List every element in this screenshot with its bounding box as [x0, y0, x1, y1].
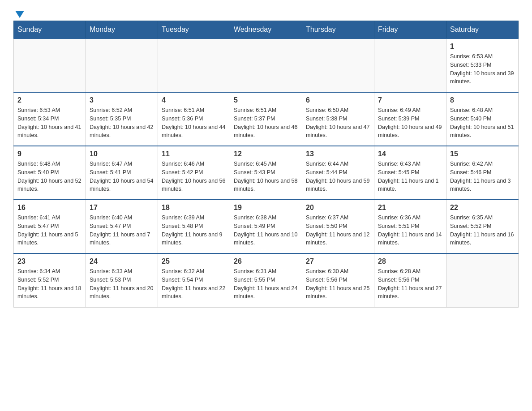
day-number: 16	[17, 204, 82, 212]
day-number: 14	[378, 150, 442, 158]
calendar-day-cell: 13Sunrise: 6:44 AM Sunset: 5:44 PM Dayli…	[302, 146, 374, 200]
day-number: 21	[378, 204, 442, 212]
day-number: 9	[17, 150, 82, 158]
calendar-week-row: 2Sunrise: 6:53 AM Sunset: 5:34 PM Daylig…	[14, 92, 519, 146]
calendar-day-cell: 28Sunrise: 6:28 AM Sunset: 5:56 PM Dayli…	[374, 253, 446, 307]
day-number: 17	[90, 204, 154, 212]
day-info: Sunrise: 6:46 AM Sunset: 5:42 PM Dayligh…	[162, 160, 226, 193]
day-info: Sunrise: 6:32 AM Sunset: 5:54 PM Dayligh…	[162, 267, 226, 301]
calendar-day-cell: 15Sunrise: 6:42 AM Sunset: 5:46 PM Dayli…	[446, 146, 519, 200]
day-info: Sunrise: 6:44 AM Sunset: 5:44 PM Dayligh…	[306, 160, 370, 193]
calendar-day-cell	[14, 39, 86, 92]
calendar-week-row: 23Sunrise: 6:34 AM Sunset: 5:52 PM Dayli…	[14, 253, 519, 307]
day-info: Sunrise: 6:48 AM Sunset: 5:40 PM Dayligh…	[17, 160, 82, 193]
day-number: 13	[306, 150, 370, 158]
calendar-header-row: SundayMondayTuesdayWednesdayThursdayFrid…	[14, 21, 519, 39]
day-info: Sunrise: 6:47 AM Sunset: 5:41 PM Dayligh…	[90, 160, 154, 193]
calendar-week-row: 1Sunrise: 6:53 AM Sunset: 5:33 PM Daylig…	[14, 39, 519, 92]
calendar-header-sunday: Sunday	[14, 21, 86, 39]
calendar-day-cell	[374, 39, 446, 92]
calendar-day-cell: 11Sunrise: 6:46 AM Sunset: 5:42 PM Dayli…	[158, 146, 230, 200]
day-info: Sunrise: 6:50 AM Sunset: 5:38 PM Dayligh…	[306, 106, 370, 140]
logo	[13, 9, 24, 16]
day-number: 12	[234, 150, 298, 158]
day-info: Sunrise: 6:51 AM Sunset: 5:37 PM Dayligh…	[234, 106, 298, 140]
day-info: Sunrise: 6:42 AM Sunset: 5:46 PM Dayligh…	[450, 160, 515, 193]
calendar-table: SundayMondayTuesdayWednesdayThursdayFrid…	[13, 21, 519, 308]
day-number: 10	[90, 150, 154, 158]
day-info: Sunrise: 6:45 AM Sunset: 5:43 PM Dayligh…	[234, 160, 298, 193]
calendar-day-cell: 22Sunrise: 6:35 AM Sunset: 5:52 PM Dayli…	[446, 200, 519, 253]
day-info: Sunrise: 6:30 AM Sunset: 5:56 PM Dayligh…	[306, 267, 370, 301]
day-info: Sunrise: 6:43 AM Sunset: 5:45 PM Dayligh…	[378, 160, 442, 193]
day-number: 25	[162, 257, 226, 265]
day-info: Sunrise: 6:40 AM Sunset: 5:47 PM Dayligh…	[90, 214, 154, 247]
calendar-day-cell: 26Sunrise: 6:31 AM Sunset: 5:55 PM Dayli…	[230, 253, 302, 307]
day-info: Sunrise: 6:53 AM Sunset: 5:33 PM Dayligh…	[450, 52, 515, 86]
calendar-day-cell: 5Sunrise: 6:51 AM Sunset: 5:37 PM Daylig…	[230, 92, 302, 146]
calendar-day-cell	[446, 253, 519, 307]
calendar-day-cell	[86, 39, 158, 92]
calendar-day-cell: 3Sunrise: 6:52 AM Sunset: 5:35 PM Daylig…	[86, 92, 158, 146]
calendar-week-row: 16Sunrise: 6:41 AM Sunset: 5:47 PM Dayli…	[14, 200, 519, 253]
calendar-day-cell: 4Sunrise: 6:51 AM Sunset: 5:36 PM Daylig…	[158, 92, 230, 146]
calendar-day-cell: 7Sunrise: 6:49 AM Sunset: 5:39 PM Daylig…	[374, 92, 446, 146]
day-number: 22	[450, 204, 515, 212]
day-number: 23	[17, 257, 82, 265]
day-number: 26	[234, 257, 298, 265]
day-number: 20	[306, 204, 370, 212]
day-number: 3	[90, 96, 154, 104]
calendar-day-cell: 18Sunrise: 6:39 AM Sunset: 5:48 PM Dayli…	[158, 200, 230, 253]
day-info: Sunrise: 6:52 AM Sunset: 5:35 PM Dayligh…	[90, 106, 154, 140]
calendar-day-cell: 23Sunrise: 6:34 AM Sunset: 5:52 PM Dayli…	[14, 253, 86, 307]
calendar-day-cell: 19Sunrise: 6:38 AM Sunset: 5:49 PM Dayli…	[230, 200, 302, 253]
day-info: Sunrise: 6:41 AM Sunset: 5:47 PM Dayligh…	[17, 214, 82, 247]
calendar-day-cell	[158, 39, 230, 92]
calendar-day-cell: 6Sunrise: 6:50 AM Sunset: 5:38 PM Daylig…	[302, 92, 374, 146]
day-info: Sunrise: 6:37 AM Sunset: 5:50 PM Dayligh…	[306, 214, 370, 247]
calendar-day-cell: 10Sunrise: 6:47 AM Sunset: 5:41 PM Dayli…	[86, 146, 158, 200]
day-info: Sunrise: 6:28 AM Sunset: 5:56 PM Dayligh…	[378, 267, 442, 301]
day-info: Sunrise: 6:49 AM Sunset: 5:39 PM Dayligh…	[378, 106, 442, 140]
calendar-day-cell: 21Sunrise: 6:36 AM Sunset: 5:51 PM Dayli…	[374, 200, 446, 253]
calendar-header-saturday: Saturday	[446, 21, 519, 39]
day-number: 5	[234, 96, 298, 104]
calendar-day-cell: 16Sunrise: 6:41 AM Sunset: 5:47 PM Dayli…	[14, 200, 86, 253]
calendar-day-cell: 8Sunrise: 6:48 AM Sunset: 5:40 PM Daylig…	[446, 92, 519, 146]
calendar-day-cell: 14Sunrise: 6:43 AM Sunset: 5:45 PM Dayli…	[374, 146, 446, 200]
calendar-day-cell: 1Sunrise: 6:53 AM Sunset: 5:33 PM Daylig…	[446, 39, 519, 92]
calendar-week-row: 9Sunrise: 6:48 AM Sunset: 5:40 PM Daylig…	[14, 146, 519, 200]
day-info: Sunrise: 6:51 AM Sunset: 5:36 PM Dayligh…	[162, 106, 226, 140]
day-info: Sunrise: 6:48 AM Sunset: 5:40 PM Dayligh…	[450, 106, 515, 140]
day-info: Sunrise: 6:38 AM Sunset: 5:49 PM Dayligh…	[234, 214, 298, 247]
calendar-day-cell: 17Sunrise: 6:40 AM Sunset: 5:47 PM Dayli…	[86, 200, 158, 253]
day-number: 1	[450, 43, 515, 51]
calendar-header-tuesday: Tuesday	[158, 21, 230, 39]
day-number: 19	[234, 204, 298, 212]
day-number: 2	[17, 96, 82, 104]
day-number: 6	[306, 96, 370, 104]
day-number: 24	[90, 257, 154, 265]
day-number: 28	[378, 257, 442, 265]
calendar-day-cell	[302, 39, 374, 92]
day-info: Sunrise: 6:31 AM Sunset: 5:55 PM Dayligh…	[234, 267, 298, 301]
calendar-header-wednesday: Wednesday	[230, 21, 302, 39]
day-number: 15	[450, 150, 515, 158]
calendar-header-monday: Monday	[86, 21, 158, 39]
calendar-header-friday: Friday	[374, 21, 446, 39]
day-info: Sunrise: 6:33 AM Sunset: 5:53 PM Dayligh…	[90, 267, 154, 301]
day-info: Sunrise: 6:35 AM Sunset: 5:52 PM Dayligh…	[450, 214, 515, 247]
day-info: Sunrise: 6:36 AM Sunset: 5:51 PM Dayligh…	[378, 214, 442, 247]
day-number: 4	[162, 96, 226, 104]
calendar-header-thursday: Thursday	[302, 21, 374, 39]
logo-triangle-icon	[15, 11, 24, 18]
day-number: 8	[450, 96, 515, 104]
day-number: 7	[378, 96, 442, 104]
calendar-day-cell: 24Sunrise: 6:33 AM Sunset: 5:53 PM Dayli…	[86, 253, 158, 307]
calendar-day-cell: 12Sunrise: 6:45 AM Sunset: 5:43 PM Dayli…	[230, 146, 302, 200]
day-number: 18	[162, 204, 226, 212]
day-number: 27	[306, 257, 370, 265]
page-header	[13, 9, 519, 16]
calendar-day-cell: 9Sunrise: 6:48 AM Sunset: 5:40 PM Daylig…	[14, 146, 86, 200]
calendar-day-cell: 25Sunrise: 6:32 AM Sunset: 5:54 PM Dayli…	[158, 253, 230, 307]
